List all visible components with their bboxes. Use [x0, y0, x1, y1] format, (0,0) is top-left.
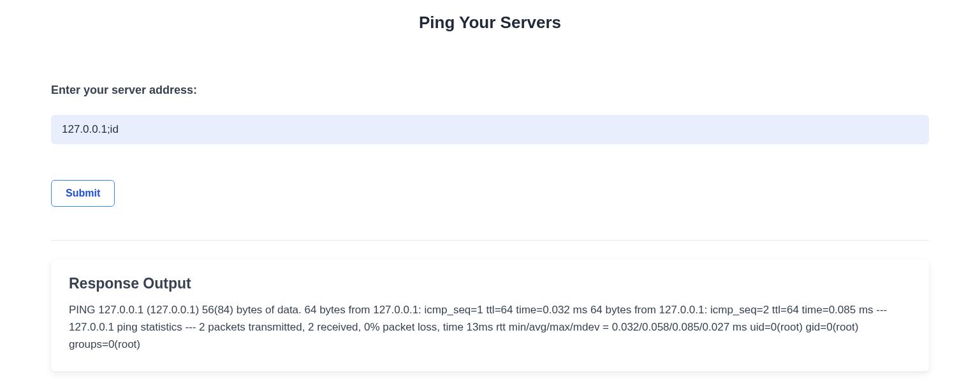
main-container: Enter your server address: Submit Respon…	[0, 84, 980, 371]
response-heading: Response Output	[69, 275, 911, 292]
form-section: Enter your server address: Submit	[51, 84, 929, 207]
divider	[51, 240, 929, 241]
submit-button[interactable]: Submit	[51, 180, 115, 207]
server-address-input[interactable]	[51, 115, 929, 144]
response-body: PING 127.0.0.1 (127.0.0.1) 56(84) bytes …	[69, 301, 911, 354]
response-card: Response Output PING 127.0.0.1 (127.0.0.…	[51, 260, 929, 371]
server-address-label: Enter your server address:	[51, 84, 929, 97]
page-title: Ping Your Servers	[0, 0, 980, 39]
